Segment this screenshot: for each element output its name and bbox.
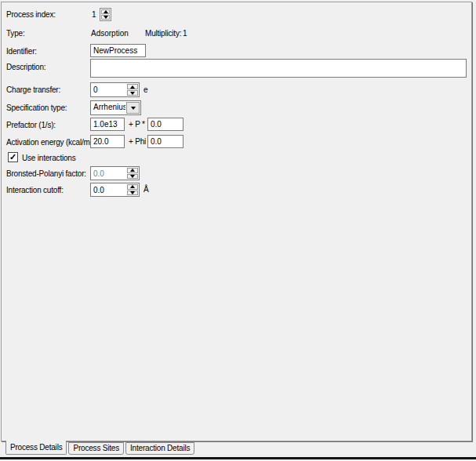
charge-transfer-input[interactable] [91, 83, 126, 96]
interaction-cutoff-unit: Å [144, 185, 149, 194]
use-interactions-label: Use interactions [22, 154, 76, 162]
bronsted-polanyi-spin-up-button[interactable] [127, 168, 138, 173]
tab-process-sites[interactable]: Process Sites [68, 442, 124, 455]
description-input[interactable] [90, 59, 467, 78]
process-index-spin-up-button[interactable] [101, 9, 110, 14]
multiplicity-label: Multiplicity: [145, 29, 181, 38]
spin-down-icon [130, 175, 135, 178]
spin-up-icon [130, 169, 135, 172]
interaction-cutoff-spin-up-button[interactable] [127, 184, 138, 190]
tab-interaction-details[interactable]: Interaction Details [125, 442, 194, 455]
bronsted-polanyi-label: Bronsted-Polanyi factor: [6, 169, 86, 178]
interaction-cutoff-label: Interaction cutoff: [6, 186, 64, 194]
specification-type-label: Specification type: [6, 103, 67, 112]
charge-transfer-spin-up-button[interactable] [127, 84, 138, 89]
checkmark-icon: ✓ [9, 153, 16, 162]
tab-process-details[interactable]: Process Details [5, 441, 67, 455]
type-value: Adsorption [91, 29, 129, 38]
identifier-input[interactable] [90, 44, 146, 57]
spin-up-icon [130, 85, 135, 89]
tab-bar: Process Details Process Sites Interactio… [5, 441, 194, 455]
window-bottom-edge [0, 457, 476, 459]
activation-energy-input[interactable] [90, 135, 125, 148]
process-editor-window: { "colors": { "window_bg": "#f0f0f0", "f… [0, 0, 476, 461]
interaction-cutoff-input[interactable] [91, 183, 126, 196]
bronsted-polanyi-spin-down-button[interactable] [127, 174, 138, 180]
spin-down-icon [130, 92, 135, 95]
interaction-cutoff-spinbox[interactable] [90, 183, 140, 197]
process-index-label: Process index: [6, 10, 56, 19]
interaction-cutoff-spinner [126, 183, 139, 196]
process-index-spin-down-button[interactable] [101, 15, 110, 20]
spin-down-icon [104, 16, 108, 19]
charge-transfer-unit: e [144, 85, 148, 94]
charge-transfer-spin-down-button[interactable] [127, 90, 138, 96]
use-interactions-checkbox[interactable]: ✓ [8, 152, 18, 162]
spin-up-icon [130, 185, 135, 188]
charge-transfer-spinbox[interactable] [90, 82, 140, 97]
identifier-label: Identifier: [6, 47, 37, 56]
prefactor-coeff-input[interactable] [147, 118, 183, 131]
prefactor-coeff-label: + P * [129, 120, 145, 129]
activation-energy-coeff-input[interactable] [147, 135, 183, 148]
dropdown-button[interactable] [126, 102, 140, 114]
bronsted-polanyi-spinbox[interactable] [90, 166, 140, 180]
bronsted-polanyi-input[interactable] [91, 167, 126, 180]
specification-type-dropdown[interactable]: Arrhenius [90, 100, 141, 115]
description-label: Description: [6, 63, 45, 71]
prefactor-input[interactable] [90, 118, 125, 131]
spin-up-icon [104, 10, 108, 13]
process-index-spinner[interactable] [100, 8, 111, 21]
specification-type-value: Arrhenius [91, 101, 125, 114]
type-label: Type: [6, 29, 24, 38]
multiplicity-value: 1 [183, 29, 187, 38]
process-index-value: 1 [92, 10, 96, 19]
charge-transfer-spinner [126, 83, 139, 96]
spin-down-icon [130, 191, 135, 194]
interaction-cutoff-spin-down-button[interactable] [127, 191, 138, 196]
activation-energy-label: Activation energy (kcal/mol): [6, 138, 100, 147]
prefactor-label: Prefactor (1/s): [6, 121, 56, 129]
charge-transfer-label: Charge transfer: [6, 85, 60, 94]
bronsted-polanyi-spinner [126, 167, 139, 180]
chevron-down-icon [131, 107, 136, 110]
